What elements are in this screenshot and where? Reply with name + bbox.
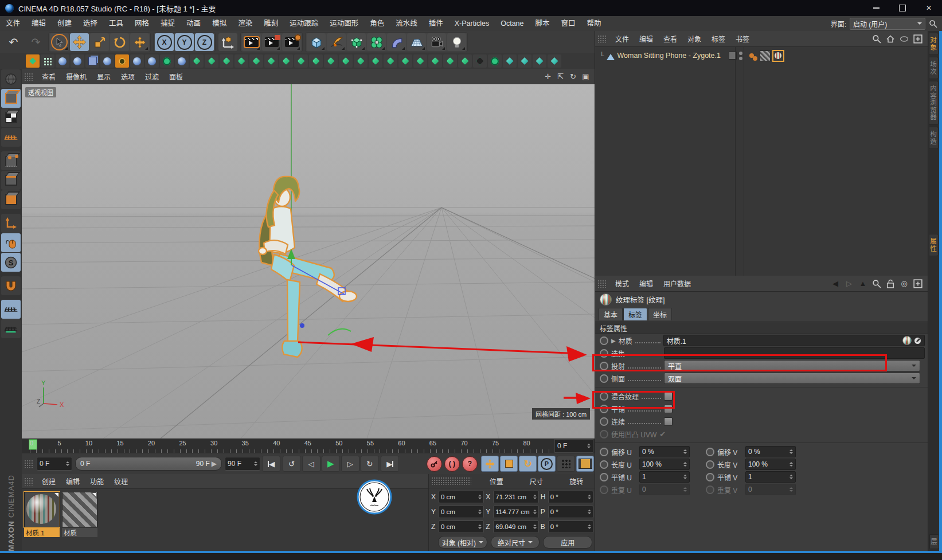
plugin-icon[interactable] [324, 54, 338, 68]
add-cube-button[interactable] [307, 33, 326, 51]
tile-checkbox[interactable] [664, 405, 673, 413]
length-u-field[interactable]: 100 % [639, 459, 690, 470]
keyframe-radio-icon[interactable] [600, 417, 608, 426]
viewport-toggle-icon[interactable]: ▣ [581, 72, 590, 81]
material-link-field[interactable]: 材质.1 [663, 335, 925, 346]
visibility-dots-icon[interactable] [739, 52, 742, 60]
coordinate-field[interactable]: 0 ° [548, 520, 593, 533]
add-deformer-button[interactable] [367, 33, 386, 51]
keying-selection-button[interactable] [557, 456, 575, 472]
keyframe-radio-icon[interactable] [600, 374, 608, 383]
workplane-rotate-icon[interactable] [1, 319, 21, 338]
eye-icon[interactable] [900, 34, 909, 44]
previous-frame-button[interactable]: ◁ [302, 456, 320, 472]
coordinate-field[interactable]: 71.231 cm [493, 491, 538, 503]
menu-item[interactable]: 动画 [181, 16, 206, 31]
target-icon[interactable]: ◎ [900, 279, 909, 288]
history-forward-icon[interactable]: ▷ [845, 279, 854, 288]
menu-item[interactable]: 帮助 [581, 16, 607, 31]
axis-mode-icon[interactable] [1, 214, 21, 233]
coordinate-mode-dropdown[interactable]: 对象 (相对) [438, 536, 487, 549]
viewport-pan-icon[interactable]: ✛ [544, 72, 552, 81]
material-name[interactable]: 材质 [62, 528, 97, 537]
plugin-icon[interactable] [458, 54, 472, 68]
plugin-icon[interactable] [413, 54, 427, 68]
keyframe-radio-icon[interactable] [600, 473, 608, 481]
search-icon[interactable] [872, 279, 881, 288]
points-mode-icon[interactable] [1, 151, 21, 170]
texture-tag-icon[interactable] [772, 50, 784, 62]
menu-item[interactable]: 选择 [77, 16, 103, 31]
menu-item[interactable]: 窗口 [556, 16, 581, 31]
add-camera-button[interactable] [427, 33, 446, 51]
stepper-icon[interactable] [478, 523, 482, 531]
minimize-button[interactable] [863, 0, 889, 16]
viewport-canvas[interactable] [22, 84, 595, 438]
last-tool-button[interactable] [130, 33, 149, 51]
workplane-lock-icon[interactable] [1, 300, 21, 319]
stepper-icon[interactable] [66, 460, 69, 468]
search-icon[interactable] [929, 19, 937, 28]
start-frame-field[interactable]: 0 F [37, 457, 72, 471]
plugin-icon[interactable] [85, 54, 99, 68]
attribute-menu-item[interactable]: 模式 [610, 279, 634, 288]
plugin-icon[interactable] [428, 54, 442, 68]
object-menu-item[interactable]: 查看 [658, 34, 682, 44]
polygons-mode-icon[interactable] [1, 190, 21, 209]
add-panel-icon[interactable] [913, 279, 923, 288]
viewport-zoom-icon[interactable]: ⇱ [556, 72, 565, 81]
menu-item[interactable]: 文件 [0, 16, 26, 31]
plugin-icon[interactable] [398, 54, 412, 68]
menu-item[interactable]: 编辑 [26, 16, 52, 31]
object-menu-item[interactable]: 书签 [730, 34, 755, 44]
panel-grip-icon[interactable] [24, 460, 33, 468]
menu-item[interactable]: 插件 [423, 16, 449, 31]
plugin-icon[interactable] [369, 54, 382, 68]
plugin-icon[interactable] [100, 54, 114, 68]
plugin-icon[interactable] [145, 54, 159, 68]
autokey-button[interactable]: ( ) [444, 456, 460, 472]
plugin-icon[interactable] [488, 54, 502, 68]
record-parameter-toggle[interactable]: P [538, 456, 556, 472]
menu-item[interactable]: 创建 [52, 16, 77, 31]
viewport-rotate-icon[interactable]: ↻ [569, 72, 577, 81]
plugin-icon[interactable] [548, 54, 561, 68]
plugin-icon[interactable] [279, 54, 293, 68]
render-settings-button[interactable] [282, 33, 301, 51]
keyframe-radio-icon[interactable] [600, 362, 608, 370]
attribute-tab[interactable]: 基本 [599, 308, 623, 320]
panel-grip-icon[interactable] [597, 35, 607, 43]
stepper-icon[interactable] [478, 508, 482, 516]
next-key-button[interactable]: ↻ [361, 456, 379, 472]
z-axis-lock-button[interactable]: Z [195, 33, 214, 51]
live-selection-button[interactable] [50, 33, 69, 51]
add-bend-button[interactable] [387, 33, 406, 51]
attribute-menu-item[interactable]: 用户数据 [658, 279, 696, 288]
plugin-icon[interactable] [130, 54, 144, 68]
seamless-checkbox[interactable] [664, 417, 673, 426]
projection-dropdown[interactable]: 平直 [664, 360, 920, 371]
material-menu-item[interactable]: 创建 [37, 476, 61, 486]
plugin-icon[interactable] [339, 54, 353, 68]
menu-item[interactable]: 捕捉 [155, 16, 181, 31]
section-header[interactable]: 标签属性 [595, 322, 928, 334]
viewport-menu-item[interactable]: 面板 [164, 72, 188, 81]
next-frame-button[interactable]: ▷ [341, 456, 359, 472]
attribute-tab[interactable]: 坐标 [648, 308, 672, 320]
viewport-menu-item[interactable]: 摄像机 [61, 72, 92, 81]
panel-tab[interactable]: 内容浏览器 [929, 81, 939, 125]
offset-u-field[interactable]: 0 % [639, 446, 690, 457]
render-view-button[interactable] [242, 33, 261, 51]
stepper-icon[interactable] [588, 493, 591, 501]
plugin-icon[interactable] [443, 54, 457, 68]
viewport-menu-item[interactable]: 过滤 [140, 72, 164, 81]
menu-item[interactable]: 运动跟踪 [284, 16, 324, 31]
history-back-icon[interactable]: ◀ [831, 279, 840, 288]
add-subdivision-surface-button[interactable] [347, 33, 366, 51]
stepper-icon[interactable] [533, 493, 537, 501]
rotate-tool-button[interactable] [110, 33, 129, 51]
object-row[interactable]: └ Woman Sitting Phone - Zygote.1 [595, 49, 928, 62]
record-position-toggle[interactable] [481, 456, 499, 472]
keyframe-radio-icon[interactable] [600, 405, 608, 413]
record-keyframe-button[interactable] [427, 456, 442, 472]
